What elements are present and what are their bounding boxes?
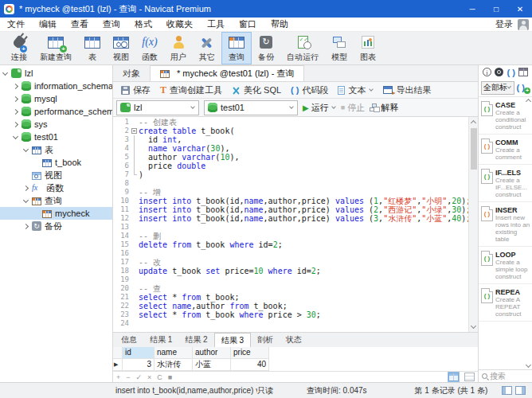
- menu-item-0[interactable]: 文件: [0, 18, 32, 30]
- sql-editor[interactable]: 1-- 创建表2create table t_book(3 id int,4 n…: [113, 117, 478, 332]
- tree-item-查询[interactable]: 查询: [0, 194, 112, 207]
- snippet-item-INSER[interactable]: ( )INSERInsert new rows into an existing…: [479, 202, 532, 247]
- cell-author[interactable]: 小蓝: [193, 359, 231, 371]
- toolbar-others[interactable]: 其它: [193, 32, 221, 64]
- scrollbar-thumb[interactable]: [471, 128, 477, 170]
- tree-item-函数[interactable]: fx函数: [0, 181, 112, 194]
- minimize-button[interactable]: ─: [460, 0, 484, 18]
- tree-expander-icon[interactable]: [13, 83, 18, 88]
- menu-item-6[interactable]: 工具: [200, 18, 232, 30]
- tree-expander-icon[interactable]: [13, 108, 18, 114]
- tree-expander-icon[interactable]: [23, 185, 29, 190]
- tree-item-performance_schema[interactable]: performance_schema: [0, 105, 112, 118]
- stop-record-icon[interactable]: ■: [168, 373, 172, 381]
- info-icon[interactable]: i: [483, 68, 491, 76]
- record-icon[interactable]: [495, 68, 503, 76]
- toggle-left-pane-icon[interactable]: [502, 386, 512, 395]
- tree-item-test01[interactable]: test01: [0, 131, 112, 143]
- code-snippet-button[interactable]: ( ) 代码段: [288, 84, 331, 96]
- delete-record-icon[interactable]: −: [126, 373, 130, 381]
- table-row[interactable]: ▶3水浒传小蓝40: [113, 359, 478, 371]
- export-result-button[interactable]: 导出结果: [380, 84, 434, 96]
- toolbar-query[interactable]: 查询: [221, 32, 252, 64]
- result-tab-结果 1[interactable]: 结果 1: [143, 333, 178, 347]
- tree-expander-icon[interactable]: [13, 133, 18, 139]
- scroll-down-icon[interactable]: [471, 323, 476, 329]
- tree-item-备份[interactable]: ↻备份: [0, 220, 112, 232]
- tab-objects[interactable]: 对象: [113, 65, 150, 81]
- form-view-icon[interactable]: [464, 373, 475, 381]
- snippet-search[interactable]: 搜索: [479, 369, 532, 382]
- explain-button[interactable]: 解释: [370, 102, 398, 114]
- apply-icon[interactable]: ✓: [136, 373, 143, 381]
- toolbar-function[interactable]: f(x)函数: [135, 32, 164, 64]
- editor-scrollbar[interactable]: [468, 117, 478, 332]
- fold-gutter[interactable]: [129, 127, 139, 135]
- toolbar-view[interactable]: 视图: [107, 32, 135, 64]
- beautify-sql-button[interactable]: 美化 SQL: [229, 84, 284, 96]
- snippet-item-COMM[interactable]: ( )COMMCreate a comment: [479, 135, 532, 165]
- result-tab-剖析[interactable]: 剖析: [251, 333, 280, 347]
- tree-item-information_schema[interactable]: information_schema: [0, 80, 112, 92]
- tree-expander-icon[interactable]: [13, 96, 18, 101]
- tree-item-mysql[interactable]: mysql: [0, 92, 112, 105]
- result-tab-信息[interactable]: 信息: [115, 333, 143, 347]
- column-header-name[interactable]: name: [155, 347, 193, 359]
- toolbar-model[interactable]: 模型: [325, 32, 354, 64]
- snippet-item-REPEA[interactable]: ( )REPEACreate A REPEAT construct: [479, 284, 532, 322]
- menu-item-4[interactable]: 格式: [127, 18, 159, 30]
- connection-select[interactable]: lzl: [116, 100, 199, 115]
- cell-name[interactable]: 水浒传: [155, 359, 193, 371]
- menu-item-5[interactable]: 收藏夹: [159, 18, 200, 30]
- scroll-up-icon[interactable]: [471, 120, 476, 126]
- toolbar-new-query[interactable]: +新建查询: [33, 32, 78, 64]
- tree-expander-icon[interactable]: [2, 69, 8, 75]
- refresh-icon[interactable]: C: [157, 373, 162, 381]
- cell-price[interactable]: 40: [231, 359, 269, 371]
- login-button[interactable]: 登录: [495, 18, 513, 30]
- menu-item-8[interactable]: 帮助: [264, 18, 295, 30]
- column-header-author[interactable]: author: [193, 347, 231, 359]
- snippet-filter-select[interactable]: 全部标签: [481, 81, 514, 95]
- result-tab-结果 3[interactable]: 结果 3: [214, 333, 251, 347]
- tree-expander-icon[interactable]: [23, 223, 29, 228]
- tree-expander-icon[interactable]: [23, 146, 29, 151]
- tree-item-lzl[interactable]: lzl: [0, 67, 112, 80]
- code-area[interactable]: 1-- 创建表2create table t_book(3 id int,4 n…: [113, 117, 468, 332]
- tree-item-视图[interactable]: 视图: [0, 169, 112, 181]
- menu-item-2[interactable]: 查看: [64, 18, 96, 30]
- save-button[interactable]: 保存: [118, 84, 154, 96]
- add-record-icon[interactable]: +: [116, 373, 120, 381]
- tree-item-表[interactable]: 表: [0, 143, 112, 156]
- toolbar-table[interactable]: 表: [78, 32, 107, 64]
- snippet-item-LOOP[interactable]: ( )LOOPCreate a simple loop construct: [479, 247, 532, 284]
- toolbar-connect[interactable]: +连接: [5, 32, 33, 64]
- toolbar-automation[interactable]: ✓✓自动运行: [280, 32, 325, 64]
- grid-view-icon[interactable]: [448, 373, 459, 381]
- column-header-id[interactable]: id: [123, 347, 155, 359]
- menu-item-3[interactable]: 查询: [96, 18, 127, 30]
- maximize-button[interactable]: □: [484, 0, 508, 18]
- result-tab-状态[interactable]: 状态: [280, 333, 308, 347]
- close-button[interactable]: ✕: [508, 0, 532, 18]
- tree-item-mycheck[interactable]: mycheck: [0, 207, 112, 220]
- toolbar-backup[interactable]: ↻备份: [252, 32, 280, 64]
- tab-query-mycheck[interactable]: * mycheck @test01 (lzl) - 查询: [150, 65, 304, 81]
- query-builder-button[interactable]: T 查询创建工具: [157, 84, 225, 96]
- toolbar-user[interactable]: 用户: [164, 32, 193, 64]
- tree-item-t_book[interactable]: t_book: [0, 156, 112, 169]
- cell-id[interactable]: 3: [123, 359, 155, 371]
- text-view-button[interactable]: 文本: [334, 84, 377, 96]
- cancel-icon[interactable]: ×: [147, 373, 151, 381]
- grid-tab-icon[interactable]: [518, 68, 528, 76]
- run-button[interactable]: ▶ 运行: [303, 102, 336, 114]
- tree-expander-icon[interactable]: [13, 121, 18, 127]
- tree-item-sys[interactable]: sys: [0, 118, 112, 131]
- column-header-price[interactable]: price: [231, 347, 269, 359]
- tree-expander-icon[interactable]: [23, 197, 29, 202]
- toggle-right-pane-icon[interactable]: [515, 386, 526, 395]
- new-snippet-button[interactable]: ( ): [517, 83, 530, 92]
- database-select[interactable]: test01: [204, 100, 298, 115]
- snippet-item-CASE[interactable]: ( )CASECreate a conditional construct: [479, 97, 532, 135]
- snippets-tab-icon[interactable]: ( ): [507, 68, 514, 77]
